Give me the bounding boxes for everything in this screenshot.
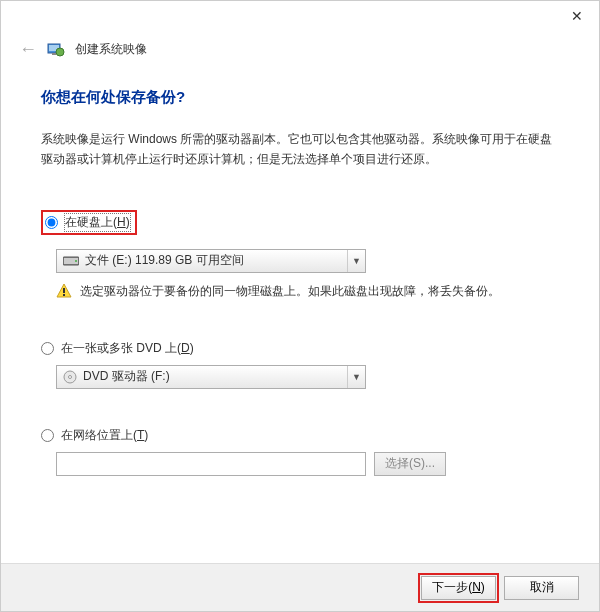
radio-network-row[interactable]: 在网络位置上(T)	[41, 427, 559, 444]
svg-rect-2	[52, 53, 56, 55]
content-area: 你想在何处保存备份? 系统映像是运行 Windows 所需的驱动器副本。它也可以…	[1, 60, 599, 476]
close-button[interactable]: ✕	[554, 1, 599, 31]
select-network-button[interactable]: 选择(S)...	[374, 452, 446, 476]
radio-dvd-label: 在一张或多张 DVD 上(D)	[61, 340, 194, 357]
warning-icon	[56, 283, 72, 302]
dvd-dropdown-value: DVD 驱动器 (F:)	[83, 368, 359, 385]
option-network: 在网络位置上(T) 选择(S)...	[41, 427, 559, 476]
dvd-dropdown[interactable]: DVD 驱动器 (F:) ▼	[56, 365, 366, 389]
radio-hard-disk-row[interactable]: 在硬盘上(H)	[41, 210, 137, 235]
radio-hard-disk-label: 在硬盘上(H)	[65, 214, 130, 231]
option-hard-disk: 在硬盘上(H) 文件 (E:) 119.89 GB 可用空间 ▼ 选定驱动器位于…	[41, 210, 559, 302]
wizard-header: ← 创建系统映像	[1, 31, 599, 60]
drive-icon	[63, 255, 79, 267]
radio-network[interactable]	[41, 429, 54, 442]
svg-point-3	[56, 48, 64, 56]
back-arrow-icon[interactable]: ←	[19, 39, 37, 60]
hard-disk-dropdown[interactable]: 文件 (E:) 119.89 GB 可用空间 ▼	[56, 249, 366, 273]
next-button[interactable]: 下一步(N)	[421, 576, 496, 600]
system-image-icon	[47, 41, 65, 59]
radio-network-label: 在网络位置上(T)	[61, 427, 148, 444]
radio-dvd[interactable]	[41, 342, 54, 355]
titlebar: ✕	[1, 1, 599, 31]
svg-rect-7	[63, 288, 65, 293]
window-title: 创建系统映像	[75, 41, 147, 58]
disc-icon	[63, 370, 77, 384]
network-path-input[interactable]	[56, 452, 366, 476]
radio-dvd-row[interactable]: 在一张或多张 DVD 上(D)	[41, 340, 559, 357]
radio-hard-disk[interactable]	[45, 216, 58, 229]
svg-point-6	[75, 260, 77, 262]
network-input-row: 选择(S)...	[56, 452, 559, 476]
option-dvd: 在一张或多张 DVD 上(D) DVD 驱动器 (F:) ▼	[41, 340, 559, 389]
warning-text: 选定驱动器位于要备份的同一物理磁盘上。如果此磁盘出现故障，将丢失备份。	[80, 283, 500, 300]
svg-rect-8	[63, 294, 65, 296]
description-text: 系统映像是运行 Windows 所需的驱动器副本。它也可以包含其他驱动器。系统映…	[41, 129, 559, 170]
main-heading: 你想在何处保存备份?	[41, 88, 559, 107]
footer: 下一步(N) 取消	[1, 563, 599, 611]
warning-row: 选定驱动器位于要备份的同一物理磁盘上。如果此磁盘出现故障，将丢失备份。	[56, 283, 559, 302]
chevron-down-icon: ▼	[347, 250, 365, 272]
svg-point-10	[69, 375, 72, 378]
hard-disk-dropdown-value: 文件 (E:) 119.89 GB 可用空间	[85, 252, 359, 269]
cancel-button[interactable]: 取消	[504, 576, 579, 600]
chevron-down-icon: ▼	[347, 366, 365, 388]
